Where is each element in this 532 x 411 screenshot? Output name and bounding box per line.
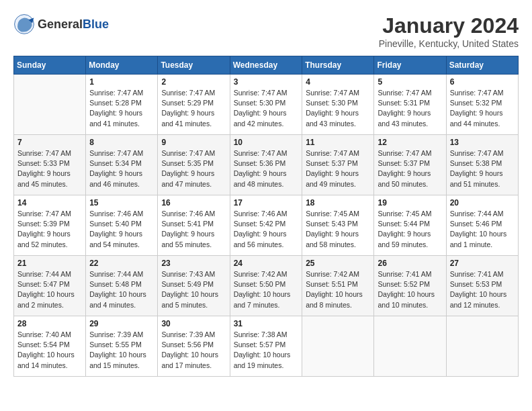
calendar-cell <box>14 75 86 135</box>
day-number: 18 <box>306 198 370 208</box>
day-info: Sunrise: 7:44 AM Sunset: 5:48 PM Dayligh… <box>89 269 154 310</box>
day-number: 15 <box>89 198 154 208</box>
day-info: Sunrise: 7:42 AM Sunset: 5:50 PM Dayligh… <box>234 269 299 310</box>
day-number: 7 <box>17 138 82 147</box>
day-number: 5 <box>378 77 442 87</box>
day-info: Sunrise: 7:47 AM Sunset: 5:33 PM Dayligh… <box>17 148 82 189</box>
day-info: Sunrise: 7:47 AM Sunset: 5:28 PM Dayligh… <box>89 88 154 129</box>
day-info: Sunrise: 7:38 AM Sunset: 5:57 PM Dayligh… <box>234 330 299 371</box>
calendar-cell: 5Sunrise: 7:47 AM Sunset: 5:31 PM Daylig… <box>374 75 446 135</box>
calendar-cell: 9Sunrise: 7:47 AM Sunset: 5:35 PM Daylig… <box>158 135 230 195</box>
day-number: 30 <box>161 319 226 328</box>
logo: GeneralBlue <box>13 13 109 35</box>
logo-blue: Blue <box>83 17 109 31</box>
logo-text: GeneralBlue <box>38 17 109 32</box>
day-info: Sunrise: 7:47 AM Sunset: 5:29 PM Dayligh… <box>161 88 226 129</box>
day-number: 6 <box>450 77 515 87</box>
day-number: 23 <box>161 259 226 268</box>
day-number: 16 <box>161 198 226 208</box>
day-info: Sunrise: 7:47 AM Sunset: 5:30 PM Dayligh… <box>234 88 299 129</box>
calendar-cell: 17Sunrise: 7:46 AM Sunset: 5:42 PM Dayli… <box>230 195 302 256</box>
day-info: Sunrise: 7:47 AM Sunset: 5:37 PM Dayligh… <box>306 148 370 189</box>
calendar-cell: 13Sunrise: 7:47 AM Sunset: 5:38 PM Dayli… <box>446 135 518 195</box>
day-number: 13 <box>450 138 515 147</box>
calendar-cell: 3Sunrise: 7:47 AM Sunset: 5:30 PM Daylig… <box>230 75 302 135</box>
day-number: 3 <box>234 77 299 87</box>
day-header-monday: Monday <box>86 56 158 75</box>
day-number: 29 <box>89 319 154 328</box>
day-info: Sunrise: 7:45 AM Sunset: 5:43 PM Dayligh… <box>306 209 370 250</box>
day-info: Sunrise: 7:45 AM Sunset: 5:44 PM Dayligh… <box>378 209 442 250</box>
day-info: Sunrise: 7:40 AM Sunset: 5:54 PM Dayligh… <box>17 330 82 371</box>
calendar-week-1: 1Sunrise: 7:47 AM Sunset: 5:28 PM Daylig… <box>14 75 519 135</box>
calendar-cell <box>446 316 518 377</box>
page-subtitle: Pineville, Kentucky, United States <box>379 38 519 49</box>
calendar-cell: 26Sunrise: 7:41 AM Sunset: 5:52 PM Dayli… <box>374 256 446 316</box>
calendar-cell: 18Sunrise: 7:45 AM Sunset: 5:43 PM Dayli… <box>302 195 374 256</box>
day-number: 12 <box>378 138 442 147</box>
day-header-thursday: Thursday <box>302 56 374 75</box>
day-number: 4 <box>306 77 370 87</box>
calendar-cell: 21Sunrise: 7:44 AM Sunset: 5:47 PM Dayli… <box>14 256 86 316</box>
calendar-cell: 31Sunrise: 7:38 AM Sunset: 5:57 PM Dayli… <box>230 316 302 377</box>
calendar-cell: 16Sunrise: 7:46 AM Sunset: 5:41 PM Dayli… <box>158 195 230 256</box>
day-header-friday: Friday <box>374 56 446 75</box>
day-number: 25 <box>306 259 370 268</box>
day-info: Sunrise: 7:41 AM Sunset: 5:53 PM Dayligh… <box>450 269 515 310</box>
day-number: 28 <box>17 319 82 328</box>
calendar-cell: 15Sunrise: 7:46 AM Sunset: 5:40 PM Dayli… <box>86 195 158 256</box>
calendar-cell: 12Sunrise: 7:47 AM Sunset: 5:37 PM Dayli… <box>374 135 446 195</box>
day-number: 21 <box>17 259 82 268</box>
logo-general: General <box>38 17 83 31</box>
calendar-cell <box>374 316 446 377</box>
day-number: 27 <box>450 259 515 268</box>
day-info: Sunrise: 7:44 AM Sunset: 5:47 PM Dayligh… <box>17 269 82 310</box>
day-number: 26 <box>378 259 442 268</box>
calendar-cell: 30Sunrise: 7:39 AM Sunset: 5:56 PM Dayli… <box>158 316 230 377</box>
calendar-cell: 2Sunrise: 7:47 AM Sunset: 5:29 PM Daylig… <box>158 75 230 135</box>
calendar-cell: 7Sunrise: 7:47 AM Sunset: 5:33 PM Daylig… <box>14 135 86 195</box>
day-number: 19 <box>378 198 442 208</box>
day-number: 11 <box>306 138 370 147</box>
day-info: Sunrise: 7:42 AM Sunset: 5:51 PM Dayligh… <box>306 269 370 310</box>
day-number: 17 <box>234 198 299 208</box>
calendar-week-4: 21Sunrise: 7:44 AM Sunset: 5:47 PM Dayli… <box>14 256 519 316</box>
day-info: Sunrise: 7:47 AM Sunset: 5:30 PM Dayligh… <box>306 88 370 129</box>
day-header-tuesday: Tuesday <box>158 56 230 75</box>
calendar-cell: 22Sunrise: 7:44 AM Sunset: 5:48 PM Dayli… <box>86 256 158 316</box>
day-info: Sunrise: 7:47 AM Sunset: 5:36 PM Dayligh… <box>234 148 299 189</box>
calendar-cell: 4Sunrise: 7:47 AM Sunset: 5:30 PM Daylig… <box>302 75 374 135</box>
days-of-week-row: SundayMondayTuesdayWednesdayThursdayFrid… <box>14 56 519 75</box>
calendar-cell: 14Sunrise: 7:47 AM Sunset: 5:39 PM Dayli… <box>14 195 86 256</box>
day-info: Sunrise: 7:47 AM Sunset: 5:35 PM Dayligh… <box>161 148 226 189</box>
day-number: 8 <box>89 138 154 147</box>
day-number: 14 <box>17 198 82 208</box>
day-info: Sunrise: 7:47 AM Sunset: 5:34 PM Dayligh… <box>89 148 154 189</box>
day-info: Sunrise: 7:47 AM Sunset: 5:32 PM Dayligh… <box>450 88 515 129</box>
day-header-wednesday: Wednesday <box>230 56 302 75</box>
day-number: 20 <box>450 198 515 208</box>
page-header: GeneralBlue January 2024 Pineville, Kent… <box>13 13 519 49</box>
calendar-cell: 25Sunrise: 7:42 AM Sunset: 5:51 PM Dayli… <box>302 256 374 316</box>
day-info: Sunrise: 7:47 AM Sunset: 5:31 PM Dayligh… <box>378 88 442 129</box>
day-info: Sunrise: 7:44 AM Sunset: 5:46 PM Dayligh… <box>450 209 515 250</box>
day-info: Sunrise: 7:47 AM Sunset: 5:37 PM Dayligh… <box>378 148 442 189</box>
day-info: Sunrise: 7:39 AM Sunset: 5:55 PM Dayligh… <box>89 330 154 371</box>
calendar-cell: 11Sunrise: 7:47 AM Sunset: 5:37 PM Dayli… <box>302 135 374 195</box>
day-number: 10 <box>234 138 299 147</box>
day-number: 31 <box>234 319 299 328</box>
calendar-week-2: 7Sunrise: 7:47 AM Sunset: 5:33 PM Daylig… <box>14 135 519 195</box>
day-number: 1 <box>89 77 154 87</box>
day-number: 24 <box>234 259 299 268</box>
day-header-sunday: Sunday <box>14 56 86 75</box>
calendar-week-3: 14Sunrise: 7:47 AM Sunset: 5:39 PM Dayli… <box>14 195 519 256</box>
day-number: 22 <box>89 259 154 268</box>
calendar-cell: 23Sunrise: 7:43 AM Sunset: 5:49 PM Dayli… <box>158 256 230 316</box>
page-title: January 2024 <box>379 13 519 38</box>
calendar-cell: 27Sunrise: 7:41 AM Sunset: 5:53 PM Dayli… <box>446 256 518 316</box>
day-info: Sunrise: 7:46 AM Sunset: 5:42 PM Dayligh… <box>234 209 299 250</box>
day-info: Sunrise: 7:43 AM Sunset: 5:49 PM Dayligh… <box>161 269 226 310</box>
calendar-cell: 24Sunrise: 7:42 AM Sunset: 5:50 PM Dayli… <box>230 256 302 316</box>
day-number: 9 <box>161 138 226 147</box>
logo-icon <box>13 13 35 35</box>
